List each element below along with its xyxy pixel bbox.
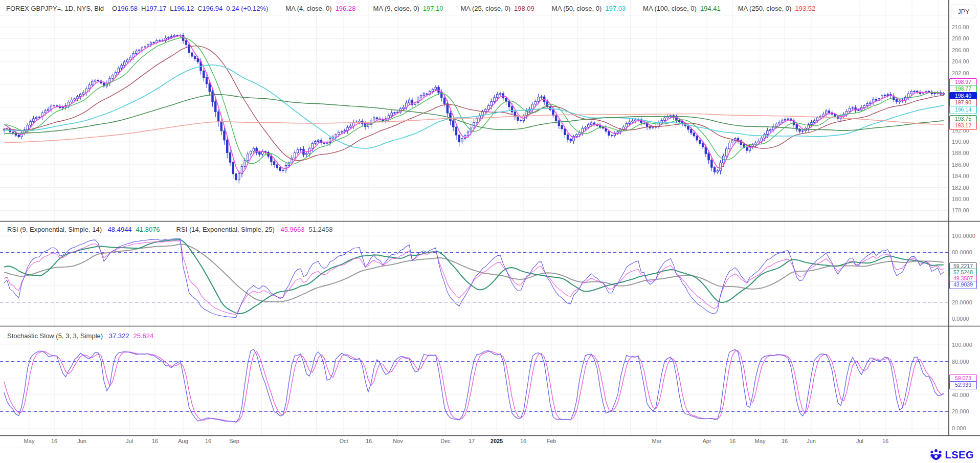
price-tick: 210.00	[952, 24, 969, 30]
ohlc-c: C196.94	[197, 5, 222, 12]
stochastic-legend: Stochastic Slow (5, 3, 3, Simple) 37.322…	[7, 332, 153, 340]
stoch-tick: 40.000	[952, 392, 969, 398]
stoch-tag: 52.939	[949, 381, 977, 389]
stoch-tick: 80.000	[952, 359, 969, 365]
rsi-legend-item-2[interactable]: RSI (14, Exponential, Simple, 25) 45.966…	[176, 226, 333, 233]
price-tick: 190.00	[952, 139, 969, 145]
date-label: 16	[520, 438, 526, 444]
rsi-tag: 43.9039	[949, 281, 977, 289]
rsi-tick: 20.0000	[952, 299, 972, 305]
ma-legend-item-4[interactable]: MA (4, close, 0)196.28	[285, 5, 355, 12]
date-label: Jun	[77, 438, 86, 444]
lseg-wordmark: LSEG	[945, 449, 974, 461]
date-label: Jul	[856, 438, 863, 444]
price-tick: 186.00	[952, 162, 969, 168]
price-tick: 202.00	[952, 70, 969, 76]
rsi-tick: 0.0000	[952, 316, 969, 322]
date-label: 16	[782, 438, 788, 444]
ma-legend-item-9[interactable]: MA (9, close, 0)197.10	[373, 5, 443, 12]
date-label: 16	[882, 438, 888, 444]
date-label: Dec	[440, 438, 451, 444]
ohlc-readout: O196.58H197.17L196.12C196.940.24 (+0.12%…	[112, 5, 268, 12]
lseg-logo: LSEG	[929, 449, 974, 461]
date-label: Feb	[547, 438, 556, 444]
date-label: Aug	[178, 438, 188, 444]
date-label: Apr	[702, 438, 711, 444]
ma-legend-item-250[interactable]: MA (250, close, 0)193.52	[738, 5, 816, 12]
date-label: 16	[205, 438, 211, 444]
ma-legend-item-50[interactable]: MA (50, close, 0)197.03	[552, 5, 626, 12]
lseg-crest-icon	[929, 449, 943, 461]
price-tick: 182.00	[952, 185, 969, 191]
date-label: Mar	[652, 438, 662, 444]
price-tick: 178.00	[952, 207, 969, 213]
ma-legend: MA (4, close, 0)196.28MA (9, close, 0)19…	[268, 5, 815, 12]
stoch-tick: 100.000	[952, 342, 972, 348]
date-label: 16	[152, 438, 158, 444]
price-tick: 184.00	[952, 173, 969, 179]
date-label: Nov	[393, 438, 403, 444]
stoch-tick: 0.000	[952, 425, 966, 431]
price-tick: 208.00	[952, 35, 969, 41]
date-label: Jul	[126, 438, 133, 444]
price-tick: 180.00	[952, 196, 969, 202]
rsi-tick: 100.0000	[952, 233, 975, 239]
ohlc-o: O196.58	[112, 5, 138, 12]
ohlc-l: L196.12	[170, 5, 194, 12]
instrument-title: FOREX GBPJPY=, 1D, NYS, Bid	[6, 5, 104, 12]
date-label: 16	[729, 438, 736, 444]
ma-legend-item-25[interactable]: MA (25, close, 0)198.09	[460, 5, 534, 12]
date-label: 2025	[491, 438, 503, 444]
date-label: May	[24, 438, 35, 444]
price-tag: 196.14	[949, 106, 977, 114]
ohlc-h: H197.17	[141, 5, 166, 12]
stoch-tick: 20.000	[952, 408, 969, 414]
price-tick: 188.00	[952, 150, 969, 156]
date-label: Oct	[339, 438, 348, 444]
date-label: 16	[51, 438, 57, 444]
date-label: 17	[469, 438, 475, 444]
chart-legend: FOREX GBPJPY=, 1D, NYS, Bid O196.58H197.…	[6, 4, 815, 13]
chart-window: { "header": { "instrument": "FOREX GBPJP…	[0, 0, 980, 463]
stochastic-legend-item[interactable]: Stochastic Slow (5, 3, 3, Simple) 37.322…	[7, 332, 153, 340]
date-label: Sep	[229, 438, 239, 444]
rsi-legend-item-1[interactable]: RSI (9, Exponential, Simple, 14) 48.4944…	[7, 226, 160, 233]
price-tick: 206.00	[952, 47, 969, 53]
ma-legend-item-100[interactable]: MA (100, close, 0)194.41	[643, 5, 721, 12]
date-label: Jun	[807, 438, 816, 444]
date-label: May	[755, 438, 766, 444]
rsi-legend: RSI (9, Exponential, Simple, 14) 48.4944…	[7, 226, 332, 233]
currency-axis-button[interactable]: JPY	[951, 5, 976, 18]
price-tag: 193.12	[949, 122, 977, 130]
change-readout: 0.24 (+0.12%)	[226, 5, 268, 12]
price-tick: 204.00	[952, 58, 969, 64]
date-label: 16	[366, 438, 372, 444]
rsi-tick: 80.0000	[952, 249, 972, 255]
